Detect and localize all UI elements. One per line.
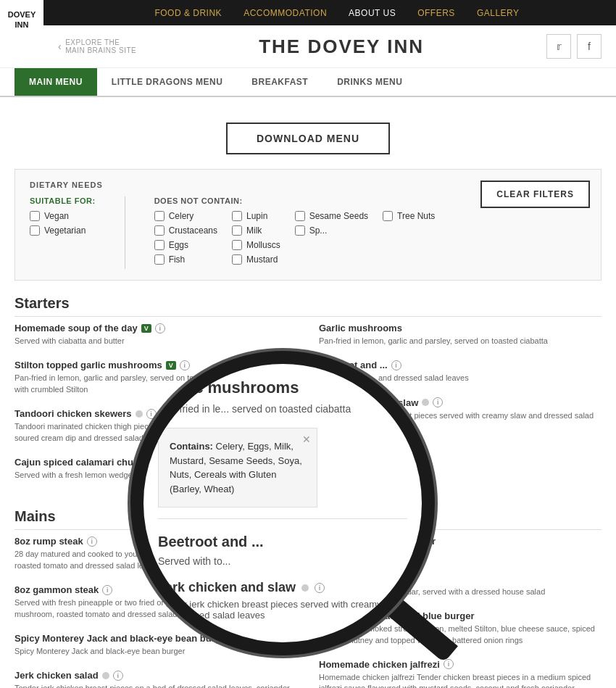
- tab-drinks[interactable]: DRINKS MENU: [322, 68, 417, 96]
- treenuts-checkbox[interactable]: [383, 211, 393, 221]
- badge-v: V: [166, 361, 176, 370]
- does-not-col4: Tree Nuts: [383, 211, 435, 269]
- item-desc: Pan-fried in lemon, garlic and parsley, …: [319, 336, 602, 347]
- item-desc: Tender jerk chicken breast pieces on a b…: [14, 683, 297, 688]
- vegetarian-checkbox-item[interactable]: Vegetarian: [30, 225, 96, 236]
- eggs-checkbox[interactable]: [154, 240, 165, 250]
- vegan-checkbox-item[interactable]: Vegan: [30, 211, 96, 221]
- lupin-checkbox-item[interactable]: Lupin: [232, 211, 280, 221]
- dot-icon: [301, 584, 309, 592]
- fish-checkbox[interactable]: [154, 254, 165, 265]
- logo-text: DOVEYINN: [8, 10, 36, 29]
- info-icon[interactable]: i: [315, 583, 325, 593]
- dietary-box: DIETARY NEEDS CLEAR FILTERS SUITABLE FOR…: [14, 169, 602, 281]
- sp-checkbox-item[interactable]: Sp...: [295, 225, 368, 236]
- celery-checkbox-item[interactable]: Celery: [154, 211, 217, 221]
- does-not-col3: Sesame Seeds Sp...: [295, 211, 368, 269]
- back-arrow-icon: ‹: [58, 41, 62, 52]
- milk-checkbox[interactable]: [232, 225, 242, 236]
- suitable-label: SUITABLE FOR:: [30, 196, 96, 205]
- fish-checkbox-item[interactable]: Fish: [154, 254, 217, 265]
- item-name: Garlic mushrooms: [319, 323, 602, 333]
- clear-filters-button[interactable]: CLEAR FILTERS: [480, 181, 590, 208]
- nav-gallery[interactable]: GALLERY: [477, 8, 520, 18]
- crustaceans-checkbox-item[interactable]: Crustaceans: [154, 225, 217, 236]
- molluscs-checkbox-item[interactable]: Molluscs: [232, 240, 280, 250]
- dot-icon: [136, 410, 143, 418]
- magnifier-content: Garlic mushrooms Pan-fried in le... serv…: [143, 364, 422, 635]
- magnifier-item3-name: Jerk chicken and slaw i: [158, 580, 407, 595]
- facebook-icon[interactable]: f: [577, 34, 602, 59]
- nav-about-us[interactable]: ABOUT US: [349, 8, 396, 18]
- nav-links: FOOD & DRINK ACCOMMODATION ABOUT US OFFE…: [72, 8, 602, 18]
- info-icon[interactable]: i: [444, 659, 454, 669]
- magnifier-tooltip-area: ✕ Contains: Celery, Eggs, Milk, Mustard,…: [158, 428, 407, 507]
- starters-header: Starters: [14, 295, 602, 317]
- item-name: Beetroot and ... i: [319, 360, 602, 370]
- magnifier-section2: Beetroot and ... Served with to...: [158, 534, 407, 569]
- item-name: Homemade soup of the day V i: [14, 323, 297, 333]
- download-menu-button[interactable]: DOWNLOAD MENU: [226, 123, 390, 154]
- info-icon[interactable]: i: [102, 585, 112, 595]
- vegan-checkbox[interactable]: [30, 211, 40, 221]
- list-item: Garlic mushrooms Pan-fried in lemon, gar…: [319, 323, 602, 347]
- content: DOWNLOAD MENU DIETARY NEEDS CLEAR FILTER…: [0, 97, 616, 688]
- magnifier-overlay: Garlic mushrooms Pan-fried in le... serv…: [130, 351, 435, 655]
- list-item: Homemade chicken jalfrezi i Homemade chi…: [319, 659, 602, 688]
- header-bar: ‹ EXPLORE THE MAIN BRAINS SITE THE DOVEY…: [0, 25, 616, 68]
- sesame-checkbox[interactable]: [295, 211, 305, 221]
- back-link[interactable]: ‹ EXPLORE THE MAIN BRAINS SITE: [58, 38, 136, 54]
- molluscs-checkbox[interactable]: [232, 240, 242, 250]
- suitable-for-col: SUITABLE FOR: Vegan Vegetarian: [30, 196, 96, 269]
- mustard-checkbox-item[interactable]: Mustard: [232, 254, 280, 265]
- tab-main-menu[interactable]: MAIN MENU: [14, 68, 97, 96]
- nav-accommodation[interactable]: ACCOMMODATION: [244, 8, 327, 18]
- nav-offers[interactable]: OFFERS: [417, 8, 455, 18]
- magnifier-tooltip: ✕ Contains: Celery, Eggs, Milk, Mustard,…: [158, 428, 317, 507]
- download-section: DOWNLOAD MENU: [14, 123, 602, 154]
- logo[interactable]: DOVEYINN: [0, 0, 43, 40]
- twitter-icon[interactable]: 𝕣: [546, 34, 571, 59]
- divider: [125, 196, 125, 269]
- crustaceans-checkbox[interactable]: [154, 225, 165, 236]
- mustard-checkbox[interactable]: [232, 254, 242, 265]
- sp-checkbox[interactable]: [295, 225, 305, 236]
- nav-food-drink[interactable]: FOOD & DRINK: [154, 8, 222, 18]
- eggs-checkbox-item[interactable]: Eggs: [154, 240, 217, 250]
- top-nav: DOVEYINN FOOD & DRINK ACCOMMODATION ABOU…: [0, 0, 616, 25]
- info-icon[interactable]: i: [391, 360, 401, 370]
- does-not-label: DOES NOT CONTAIN:: [154, 196, 436, 205]
- does-not-contain-col: DOES NOT CONTAIN: Celery Crustaceans Egg…: [154, 196, 436, 269]
- lupin-checkbox[interactable]: [232, 211, 242, 221]
- info-icon[interactable]: i: [113, 671, 123, 681]
- info-icon[interactable]: i: [87, 536, 97, 547]
- treenuts-checkbox-item[interactable]: Tree Nuts: [383, 211, 435, 221]
- divider: [158, 518, 407, 519]
- magnifier-item3: Jerk chicken and slaw i Tender jerk chic…: [158, 580, 407, 621]
- menu-tabs: MAIN MENU LITTLE DRAGONS MENU BREAKFAST …: [0, 68, 616, 97]
- badge-v: V: [141, 324, 151, 333]
- site-title: THE DOVEY INN: [136, 36, 546, 58]
- info-icon[interactable]: i: [180, 360, 190, 370]
- info-icon[interactable]: i: [155, 323, 165, 333]
- close-icon[interactable]: ✕: [302, 432, 311, 447]
- celery-checkbox[interactable]: [154, 211, 165, 221]
- sesame-checkbox-item[interactable]: Sesame Seeds: [295, 211, 368, 221]
- dot-icon: [422, 399, 429, 406]
- back-line2: MAIN BRAINS SITE: [65, 46, 136, 54]
- magnifier-item3-desc: Tender jerk chicken breast pieces served…: [158, 599, 407, 621]
- tab-little-dragons[interactable]: LITTLE DRAGONS MENU: [97, 68, 238, 96]
- magnifier-item2-desc: Served with to...: [158, 554, 407, 569]
- item-name: Jerk chicken salad i: [14, 670, 297, 681]
- milk-checkbox-item[interactable]: Milk: [232, 225, 280, 236]
- tab-breakfast[interactable]: BREAKFAST: [237, 68, 322, 96]
- vegetarian-checkbox[interactable]: [30, 225, 40, 236]
- info-icon[interactable]: i: [433, 397, 443, 407]
- info-icon[interactable]: i: [146, 409, 157, 419]
- list-item: Homemade soup of the day V i Served with…: [14, 323, 297, 347]
- item-desc: Homemade chicken jalfrezi Tender chicken…: [319, 672, 602, 688]
- item-name: Homemade chicken jalfrezi i: [319, 659, 602, 670]
- magnifier-item2-name: Beetroot and ...: [158, 534, 407, 550]
- does-not-col1: Celery Crustaceans Eggs Fish: [154, 211, 217, 269]
- does-not-col2: Lupin Milk Molluscs Mustard: [232, 211, 280, 269]
